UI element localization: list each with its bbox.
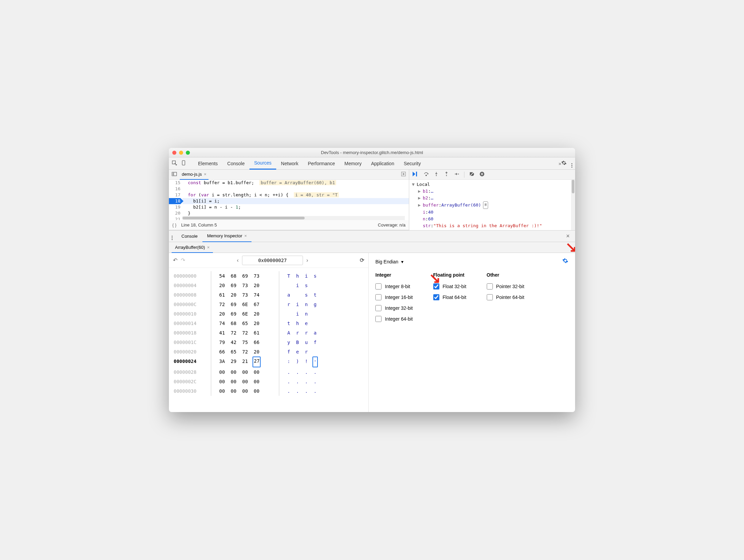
type-checkbox[interactable]: [375, 316, 381, 322]
undo-icon[interactable]: ↶: [173, 257, 177, 263]
hex-byte[interactable]: 73: [253, 271, 261, 281]
hex-ascii-char[interactable]: B: [295, 338, 300, 347]
next-page-icon[interactable]: ›: [306, 257, 308, 263]
hex-byte[interactable]: 00: [229, 377, 238, 386]
hex-ascii-char[interactable]: n: [304, 309, 309, 319]
hex-ascii-char[interactable]: [286, 281, 291, 290]
type-option[interactable]: Integer 8-bit: [375, 281, 413, 292]
hex-byte[interactable]: 73: [241, 281, 249, 290]
hex-ascii-char[interactable]: n: [304, 300, 309, 309]
hex-ascii-char[interactable]: r: [304, 347, 309, 357]
hex-byte[interactable]: 00: [241, 377, 249, 386]
scope-entry[interactable]: ▶b2: …: [418, 195, 572, 201]
hex-byte[interactable]: 74: [253, 290, 261, 300]
horizontal-scrollbar[interactable]: [182, 216, 405, 220]
hex-ascii-char[interactable]: .: [295, 367, 300, 377]
hex-viewer[interactable]: 0000000054686973This0000000420697320 is …: [169, 268, 368, 399]
hex-byte[interactable]: 20: [253, 309, 261, 319]
hex-ascii-char[interactable]: ): [295, 357, 300, 367]
hex-ascii-char[interactable]: .: [295, 377, 300, 386]
vertical-scrollbar[interactable]: [571, 180, 575, 230]
hex-ascii-char[interactable]: r: [295, 328, 300, 338]
hex-ascii-char[interactable]: .: [286, 386, 291, 396]
hex-byte[interactable]: 61: [218, 290, 226, 300]
hex-byte[interactable]: 20: [229, 290, 238, 300]
hex-byte[interactable]: 79: [218, 338, 226, 347]
hex-byte[interactable]: 6E: [241, 300, 249, 309]
panel-tab-sources[interactable]: Sources: [249, 157, 276, 170]
hex-ascii-char[interactable]: i: [295, 300, 300, 309]
type-checkbox[interactable]: [487, 283, 493, 289]
hex-ascii-char[interactable]: i: [304, 271, 309, 281]
type-option[interactable]: Float 64-bit: [433, 292, 466, 303]
settings-icon[interactable]: [561, 160, 567, 167]
hex-ascii-char[interactable]: .: [286, 377, 291, 386]
panel-tab-console[interactable]: Console: [222, 157, 249, 170]
type-checkbox[interactable]: [375, 294, 381, 300]
hex-ascii-char[interactable]: h: [295, 319, 300, 328]
type-checkbox[interactable]: [375, 283, 381, 289]
hex-byte[interactable]: 72: [241, 347, 249, 357]
hex-byte[interactable]: 20: [218, 309, 226, 319]
hex-byte[interactable]: 68: [229, 271, 238, 281]
drawer-tab-memory-inspector[interactable]: Memory Inspector ×: [202, 231, 252, 242]
drawer-tab-console[interactable]: Console: [177, 231, 202, 242]
type-option[interactable]: Integer 64-bit: [375, 314, 413, 324]
memory-tab[interactable]: ArrayBuffer(60) ×: [172, 242, 213, 253]
navigator-toggle-icon[interactable]: [172, 171, 177, 178]
panel-tab-memory[interactable]: Memory: [340, 157, 367, 170]
hex-ascii-char[interactable]: [286, 309, 291, 319]
hex-byte[interactable]: 54: [218, 271, 226, 281]
hex-byte[interactable]: 66: [253, 338, 261, 347]
panel-tab-performance[interactable]: Performance: [303, 157, 340, 170]
hex-ascii-char[interactable]: .: [304, 377, 309, 386]
hex-byte[interactable]: 72: [218, 300, 226, 309]
code-editor[interactable]: 15161718192021 const buffer = b1.buffer;…: [169, 180, 409, 220]
scope-entry[interactable]: ▶b1: …: [418, 188, 572, 195]
scope-pane[interactable]: ▼Local ▶b1: …▶b2: …▶buffer: ArrayBuffer(…: [409, 180, 575, 230]
hex-byte[interactable]: 20: [253, 347, 261, 357]
hex-ascii-char[interactable]: a: [312, 328, 318, 338]
more-tabs-icon[interactable]: »: [559, 161, 561, 166]
hex-byte[interactable]: 42: [229, 338, 238, 347]
type-checkbox[interactable]: [375, 305, 381, 311]
hex-ascii-char[interactable]: f: [312, 338, 318, 347]
hex-byte[interactable]: 75: [241, 338, 249, 347]
hex-byte[interactable]: 27: [253, 357, 261, 367]
type-checkbox[interactable]: [487, 294, 493, 300]
step-icon[interactable]: [454, 171, 459, 178]
hex-ascii-char[interactable]: s: [312, 271, 318, 281]
hex-ascii-char[interactable]: .: [312, 386, 318, 396]
hex-ascii-char[interactable]: i: [295, 281, 300, 290]
hex-ascii-char[interactable]: g: [312, 300, 318, 309]
hex-byte[interactable]: 29: [229, 357, 238, 367]
file-tab[interactable]: demo-js.js ×: [180, 170, 209, 180]
value-settings-icon[interactable]: [562, 258, 568, 265]
type-option[interactable]: Pointer 64-bit: [487, 292, 524, 303]
close-memory-tab-icon[interactable]: ×: [207, 245, 210, 250]
hex-ascii-char[interactable]: s: [304, 281, 309, 290]
hex-ascii-char[interactable]: ': [312, 357, 318, 367]
more-menu-icon[interactable]: [571, 159, 572, 168]
hex-byte[interactable]: 69: [229, 281, 238, 290]
step-out-icon[interactable]: [444, 171, 449, 178]
hex-byte[interactable]: 67: [253, 300, 261, 309]
hex-ascii-char[interactable]: [312, 319, 318, 328]
hex-ascii-char[interactable]: f: [286, 347, 291, 357]
hex-ascii-char[interactable]: h: [295, 271, 300, 281]
hex-byte[interactable]: 00: [229, 386, 238, 396]
hex-byte[interactable]: 3A: [218, 357, 226, 367]
hex-byte[interactable]: 6E: [241, 309, 249, 319]
hex-ascii-char[interactable]: .: [312, 367, 318, 377]
hex-byte[interactable]: 00: [253, 377, 261, 386]
endianness-selector[interactable]: Big Endian ▾: [375, 259, 403, 264]
hex-ascii-char[interactable]: [295, 290, 300, 300]
hex-byte[interactable]: 00: [253, 386, 261, 396]
step-into-icon[interactable]: [434, 171, 439, 178]
hex-byte[interactable]: 00: [218, 367, 226, 377]
panel-tab-application[interactable]: Application: [366, 157, 399, 170]
scope-entry[interactable]: i: 40: [418, 209, 572, 216]
hex-ascii-char[interactable]: i: [295, 309, 300, 319]
redo-icon[interactable]: ↷: [181, 257, 185, 263]
close-drawer-tab-icon[interactable]: ×: [244, 233, 247, 238]
